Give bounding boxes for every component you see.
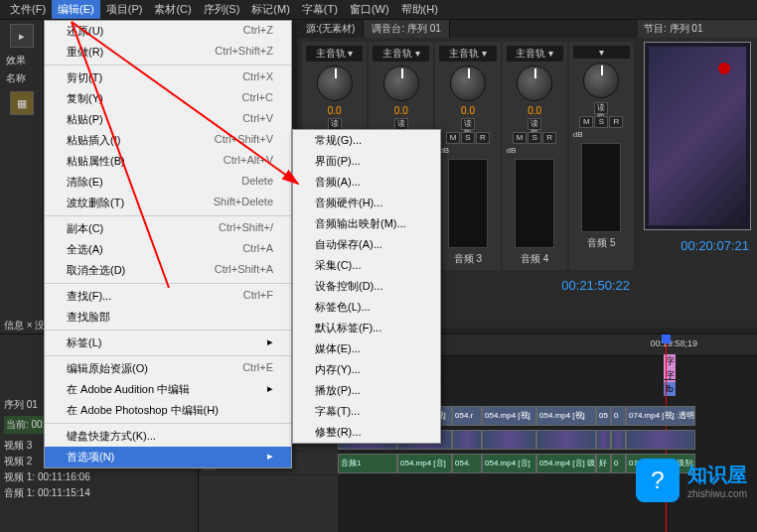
clip-thumbnail[interactable] — [611, 430, 626, 450]
video-clip[interactable]: 054.mp4 [视] — [536, 406, 596, 426]
name-column-label: 名称 — [0, 69, 43, 87]
prefs-menu-item[interactable]: 采集(C)... — [293, 255, 440, 276]
pan-knob[interactable] — [450, 66, 486, 101]
edit-menu-item[interactable]: 粘贴插入(I)Ctrl+Shift+V — [45, 130, 291, 151]
video-clip[interactable]: 054.r — [452, 406, 482, 426]
edit-menu-item[interactable]: 首选项(N) — [45, 447, 291, 467]
program-timecode: 00:20:07:21 — [638, 234, 757, 257]
mixer-strip[interactable]: ▾读取MSRdB音频 5 — [569, 42, 634, 270]
edit-menu-item[interactable]: 复制(Y)Ctrl+C — [45, 88, 291, 109]
prefs-menu-item[interactable]: 播放(P)... — [293, 380, 440, 401]
prefs-menu-item[interactable]: 界面(P)... — [293, 151, 440, 172]
menu-help[interactable]: 帮助(H) — [395, 0, 444, 19]
mixer-strip[interactable]: 主音轨 ▾0.0读取MSRdB音频 3 — [435, 42, 500, 270]
watermark-icon: ? — [636, 459, 680, 502]
audio-clip[interactable]: 054.mp4 [音] — [482, 454, 536, 473]
tab-mixer[interactable]: 调音台: 序列 01 — [364, 20, 449, 38]
prefs-menu-item[interactable]: 媒体(E)... — [293, 338, 440, 359]
edit-menu-item[interactable]: 查找(F)...Ctrl+F — [45, 286, 291, 307]
prefs-menu-item[interactable]: 修整(R)... — [293, 422, 440, 443]
clip-thumbnail[interactable] — [596, 430, 611, 450]
edit-menu-item[interactable]: 剪切(T)Ctrl+X — [45, 67, 291, 88]
msr-button[interactable]: R — [609, 116, 623, 128]
program-tab[interactable]: 节目: 序列 01 — [638, 20, 757, 38]
clip-thumbnail[interactable] — [452, 430, 482, 450]
msr-button[interactable]: M — [446, 132, 460, 144]
menu-title[interactable]: 字幕(T) — [296, 0, 344, 19]
video-clip[interactable]: 074.mp4 [视] :透明 — [626, 406, 695, 426]
edit-menu-item[interactable]: 取消全选(D)Ctrl+Shift+A — [45, 260, 291, 281]
edit-menu-item[interactable]: 副本(C)Ctrl+Shift+/ — [45, 218, 291, 239]
video-clip[interactable]: 05 — [596, 406, 611, 426]
program-monitor: 节目: 序列 01 00:20:07:21 — [638, 20, 757, 328]
audio-clip[interactable]: 0 — [611, 454, 626, 473]
edit-menu-item[interactable]: 还原(U)Ctrl+Z — [45, 21, 291, 42]
prefs-menu-item[interactable]: 内存(Y)... — [293, 359, 440, 380]
menu-file[interactable]: 文件(F) — [4, 0, 52, 19]
msr-button[interactable]: S — [528, 132, 541, 144]
clip-thumbnail[interactable] — [482, 430, 536, 450]
msr-button[interactable]: M — [513, 132, 527, 144]
edit-menu-dropdown: 还原(U)Ctrl+Z重做(R)Ctrl+Shift+Z剪切(T)Ctrl+X复… — [44, 20, 292, 468]
msr-button[interactable]: R — [476, 132, 490, 144]
watermark: ? 知识屋 zhishiwu.com — [636, 459, 747, 502]
prefs-menu-item[interactable]: 默认标签(F)... — [293, 318, 440, 338]
menu-project[interactable]: 项目(P) — [100, 0, 149, 19]
menu-marker[interactable]: 标记(M) — [245, 0, 296, 19]
video-clip[interactable]: 054.mp4 [视] — [482, 406, 536, 426]
prefs-menu-item[interactable]: 音频输出映射(M)... — [293, 213, 440, 234]
pan-knob[interactable] — [317, 66, 353, 101]
edit-menu-item[interactable]: 重做(R)Ctrl+Shift+Z — [45, 42, 291, 63]
watermark-brand: 知识屋 — [687, 462, 747, 488]
video-clip[interactable]: 0 — [611, 406, 626, 426]
timeline-info-row: 音频 1: 00:11:15:14 — [4, 485, 194, 501]
prefs-menu-item[interactable]: 字幕(T)... — [293, 401, 440, 422]
prefs-menu-item[interactable]: 自动保存(A)... — [293, 234, 440, 255]
edit-menu-item[interactable]: 粘贴属性(B)Ctrl+Alt+V — [45, 151, 291, 172]
menu-clip[interactable]: 素材(C) — [148, 0, 197, 19]
msr-button[interactable]: S — [461, 132, 475, 144]
pan-knob[interactable] — [383, 66, 419, 101]
edit-menu-item[interactable]: 标签(L) — [45, 332, 291, 353]
pan-knob[interactable] — [517, 66, 552, 101]
clip-thumbnail[interactable] — [626, 430, 695, 450]
menu-sequence[interactable]: 序列(S) — [198, 0, 246, 19]
prefs-menu-item[interactable]: 音频硬件(H)... — [293, 193, 440, 213]
edit-menu-item[interactable]: 粘贴(P)Ctrl+V — [45, 109, 291, 130]
edit-menu-item[interactable]: 全选(A)Ctrl+A — [45, 239, 291, 260]
edit-menu-item[interactable]: 在 Adobe Audition 中编辑 — [45, 379, 291, 400]
pan-knob[interactable] — [583, 63, 619, 98]
program-viewport[interactable] — [644, 42, 751, 230]
edit-menu-item[interactable]: 编辑原始资源(O)Ctrl+E — [45, 358, 291, 379]
edit-menu-item[interactable]: 波纹删除(T)Shift+Delete — [45, 193, 291, 213]
edit-menu-item[interactable]: 清除(E)Delete — [45, 172, 291, 193]
timeline-info-row: 视频 1: 00:11:16:06 — [4, 469, 194, 485]
edit-menu-item[interactable]: 键盘快捷方式(K)... — [45, 426, 291, 447]
menubar: 文件(F) 编辑(E) 项目(P) 素材(C) 序列(S) 标记(M) 字幕(T… — [0, 0, 757, 20]
audio-clip[interactable]: 054.mp4 [音] 级别 — [536, 454, 596, 473]
menu-window[interactable]: 窗口(W) — [344, 0, 395, 19]
bin-icon[interactable]: ▦ — [10, 91, 34, 115]
menu-edit[interactable]: 编辑(E) — [52, 0, 100, 19]
audio-clip[interactable]: 好 — [596, 454, 611, 473]
msr-button[interactable]: S — [594, 116, 608, 128]
msr-button[interactable]: R — [542, 132, 556, 144]
clip-thumbnail[interactable] — [536, 430, 596, 450]
level-meter — [581, 143, 621, 232]
level-meter — [448, 159, 488, 248]
effects-panel-label: 效果 — [0, 52, 43, 69]
edit-menu-item[interactable]: 在 Adobe Photoshop 中编辑(H) — [45, 400, 291, 421]
edit-menu-item[interactable]: 查找脸部 — [45, 307, 291, 328]
mixer-strip[interactable]: 主音轨 ▾0.0读取MSRdB音频 4 — [503, 42, 567, 270]
prefs-menu-item[interactable]: 设备控制(D)... — [293, 276, 440, 297]
prefs-menu-item[interactable]: 常规(G)... — [293, 130, 440, 151]
tab-source[interactable]: 源:(无素材) — [298, 20, 364, 38]
tool-selection[interactable]: ▸ — [10, 24, 34, 48]
preferences-submenu: 常规(G)...界面(P)...音频(A)...音频硬件(H)...音频输出映射… — [292, 129, 441, 444]
prefs-menu-item[interactable]: 音频(A)... — [293, 172, 440, 193]
audio-clip[interactable]: 054.mp4 [音] — [397, 454, 452, 473]
prefs-menu-item[interactable]: 标签色(L)... — [293, 297, 440, 318]
audio-clip[interactable]: 054. — [452, 454, 482, 473]
msr-button[interactable]: M — [579, 116, 593, 128]
audio-clip[interactable]: 音频1 — [338, 454, 397, 473]
